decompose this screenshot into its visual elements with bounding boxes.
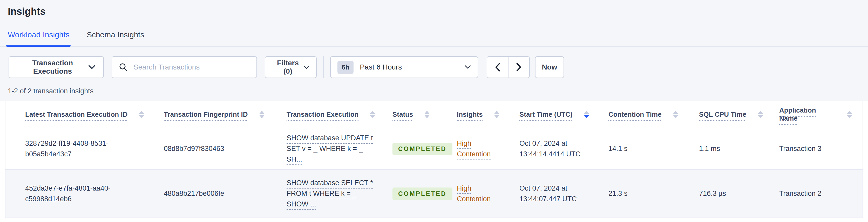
- cell-transaction-execution: SHOW database UPDATE t SET v = _ WHERE k…: [286, 133, 393, 165]
- tab-workload-insights[interactable]: Workload Insights: [8, 30, 69, 46]
- sort-icon: [424, 111, 430, 118]
- cell-insights: High Contention: [457, 183, 519, 204]
- filters-button-label: Filters (0): [272, 59, 304, 75]
- right-arrow-icon: [516, 63, 522, 72]
- column-header-label: Insights: [457, 110, 483, 119]
- cell-insights: High Contention: [457, 138, 519, 159]
- sort-icon: [847, 111, 852, 118]
- transaction-execution-link[interactable]: SHOW database UPDATE t SET v = _ WHERE k…: [286, 134, 373, 163]
- column-header-label: SQL CPU Time: [699, 110, 746, 119]
- sort-icon: [370, 111, 375, 118]
- search-input[interactable]: [133, 63, 250, 71]
- insights-table: Latest Transaction Execution ID Transact…: [5, 101, 863, 218]
- column-header-status[interactable]: Status: [393, 110, 457, 119]
- column-header-transaction-execution[interactable]: Transaction Execution: [286, 110, 393, 119]
- column-header-latest-transaction-execution-id[interactable]: Latest Transaction Execution ID: [25, 110, 164, 119]
- tab-bar: Workload Insights Schema Insights: [0, 30, 868, 47]
- page-title: Insights: [0, 0, 868, 17]
- execution-type-dropdown-label: Transaction Executions: [17, 59, 88, 75]
- column-header-start-time-utc[interactable]: Start Time (UTC): [519, 110, 609, 119]
- time-range-picker[interactable]: 6h Past 6 Hours: [330, 56, 478, 78]
- transaction-execution-link[interactable]: SHOW database SELECT * FROM t WHERE k = …: [286, 179, 373, 208]
- insight-link[interactable]: High Contention: [457, 139, 491, 158]
- cell-application-name: Transaction 3: [779, 144, 863, 154]
- column-header-sql-cpu-time[interactable]: SQL CPU Time: [699, 110, 779, 119]
- sort-icon: [673, 111, 678, 118]
- table-row: 452da3e7-e7fa-4801-aa40-c59988d14eb6 480…: [5, 169, 863, 218]
- time-nav-group: [487, 56, 530, 78]
- now-button-label: Now: [542, 63, 557, 71]
- cell-fingerprint-id: 08d8b7d97f830463: [164, 144, 286, 154]
- column-header-label: Transaction Fingerprint ID: [164, 110, 248, 119]
- toolbar-divider: [323, 56, 324, 78]
- tab-label: Workload Insights: [8, 30, 69, 39]
- cell-execution-id: 452da3e7-e7fa-4801-aa40-c59988d14eb6: [25, 183, 164, 204]
- cell-fingerprint-id: 480a8b217be006fe: [164, 188, 286, 199]
- previous-time-range-button[interactable]: [487, 56, 508, 78]
- next-time-range-button[interactable]: [508, 56, 530, 78]
- results-count: 1-2 of 2 transaction insights: [8, 87, 868, 95]
- cell-start-time: Oct 07, 2024 at 13:44:07.447 UTC: [519, 183, 609, 204]
- search-transactions-box: [112, 56, 257, 78]
- column-header-label: Start Time (UTC): [519, 110, 572, 119]
- column-header-contention-time[interactable]: Contention Time: [609, 110, 699, 119]
- time-range-label: Past 6 Hours: [360, 63, 402, 71]
- search-icon: [119, 63, 128, 71]
- cell-application-name: Transaction 2: [779, 188, 863, 199]
- tab-label: Schema Insights: [87, 30, 144, 39]
- sort-icon: [494, 111, 499, 118]
- cell-sql-cpu-time: 1.1 ms: [699, 144, 779, 154]
- insight-link[interactable]: High Contention: [457, 184, 491, 203]
- column-header-label: Contention Time: [609, 110, 662, 119]
- execution-type-dropdown[interactable]: Transaction Executions: [8, 56, 104, 78]
- cell-contention-time: 21.3 s: [609, 188, 699, 199]
- column-header-label: Status: [393, 110, 413, 119]
- filters-button[interactable]: Filters (0): [265, 56, 317, 78]
- cell-contention-time: 14.1 s: [609, 144, 699, 154]
- chevron-down-icon: [465, 65, 471, 69]
- cell-transaction-execution: SHOW database SELECT * FROM t WHERE k = …: [286, 178, 393, 210]
- sort-icon: [139, 111, 144, 118]
- page-header-section: Insights Workload Insights Schema Insigh…: [0, 0, 868, 101]
- column-header-label: Latest Transaction Execution ID: [25, 110, 127, 119]
- cell-status: COMPLETED: [393, 142, 457, 155]
- time-range-badge: 6h: [337, 61, 353, 74]
- column-header-label: Application Name: [779, 106, 836, 122]
- table-row: 328729d2-ff19-4408-8531-b05a5b4e43c7 08d…: [5, 128, 863, 169]
- column-header-label: Transaction Execution: [286, 110, 359, 119]
- column-header-transaction-fingerprint-id[interactable]: Transaction Fingerprint ID: [164, 110, 286, 119]
- now-button[interactable]: Now: [535, 56, 564, 78]
- cell-start-time: Oct 07, 2024 at 13:44:14.4414 UTC: [519, 138, 609, 159]
- status-badge: COMPLETED: [393, 142, 453, 155]
- table-header-row: Latest Transaction Execution ID Transact…: [5, 101, 863, 128]
- left-arrow-icon: [495, 63, 500, 72]
- cell-status: COMPLETED: [393, 188, 457, 200]
- tab-schema-insights[interactable]: Schema Insights: [87, 30, 144, 46]
- chevron-down-icon: [304, 65, 309, 69]
- sort-icon: [584, 111, 589, 118]
- sort-icon: [259, 111, 265, 118]
- cell-execution-id: 328729d2-ff19-4408-8531-b05a5b4e43c7: [25, 138, 164, 159]
- column-header-insights[interactable]: Insights: [457, 110, 519, 119]
- controls-toolbar: Transaction Executions Filters (0) 6h Pa…: [8, 56, 868, 78]
- cell-sql-cpu-time: 716.3 µs: [699, 188, 779, 199]
- sort-icon: [758, 111, 763, 118]
- chevron-down-icon: [88, 65, 95, 69]
- status-badge: COMPLETED: [393, 188, 453, 200]
- column-header-application-name[interactable]: Application Name: [779, 106, 863, 122]
